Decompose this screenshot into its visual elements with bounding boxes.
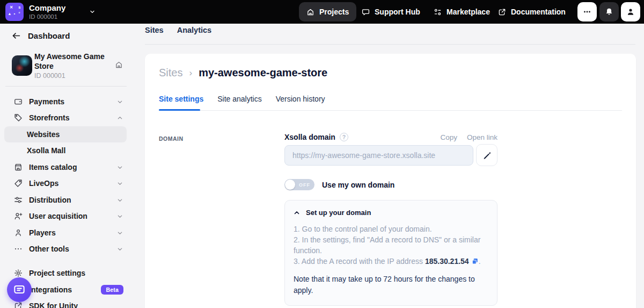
tab-site-settings[interactable]: Site settings xyxy=(159,95,203,105)
active-tab-indicator xyxy=(159,109,200,111)
nav-marketplace[interactable]: Marketplace xyxy=(426,2,497,22)
own-domain-toggle[interactable]: OFF xyxy=(284,179,314,190)
setup-step-3-period: . xyxy=(479,257,481,266)
user-plus-icon xyxy=(14,212,23,220)
nav-documentation[interactable]: Documentation xyxy=(491,2,573,22)
chevron-up-icon xyxy=(116,114,123,121)
more-button[interactable] xyxy=(577,2,597,22)
bell-icon xyxy=(605,8,613,16)
company-id: ID 000001 xyxy=(29,13,57,20)
logo-glyphs-icon: ✕ s xyxy=(10,5,23,10)
chevron-down-icon[interactable] xyxy=(89,9,96,15)
sidebar-item-label: Payments xyxy=(29,97,64,106)
sidebar-item-user-acquisition[interactable]: User acquisition xyxy=(4,208,127,224)
home-icon[interactable] xyxy=(115,61,123,69)
nav-label: Support Hub xyxy=(375,8,420,16)
marketplace-icon xyxy=(434,8,442,16)
sidebar-item-label: Xsolla Mall xyxy=(27,146,65,155)
sidebar-item-label: User acquisition xyxy=(29,212,87,220)
chat-icon xyxy=(362,8,370,16)
divider xyxy=(5,86,127,87)
sidebar-item-xsolla-mall[interactable]: Xsolla Mall xyxy=(4,142,127,159)
sidebar-item-label: Other tools xyxy=(29,245,69,253)
chevron-down-icon xyxy=(116,98,123,105)
edit-domain-button[interactable] xyxy=(476,144,497,166)
sidebar-item-label: Distribution xyxy=(29,196,71,204)
setup-domain-panel: Set up your domain 1. Go to the control … xyxy=(284,200,497,306)
chevron-down-icon xyxy=(116,180,123,187)
sidebar-item-label: Project settings xyxy=(29,269,85,277)
sidebar: Dashboard My Awesome Game Store ID 00000… xyxy=(0,24,134,308)
ellipsis-icon xyxy=(14,245,23,253)
copy-link[interactable]: Copy xyxy=(440,133,457,141)
setup-note: Note that it may take up to 72 hours for… xyxy=(294,274,488,296)
breadcrumb: Sites › my-awesome-game-store xyxy=(159,67,327,79)
setup-domain-title: Set up your domain xyxy=(306,209,371,217)
main-content: Sites Analytics Sites › my-awesome-game-… xyxy=(134,24,644,308)
divider xyxy=(159,110,622,111)
project-avatar[interactable] xyxy=(12,55,32,76)
tab-version-history[interactable]: Version history xyxy=(276,95,325,105)
nav-label: Documentation xyxy=(511,8,566,16)
external-link-icon xyxy=(14,302,23,308)
page-title: my-awesome-game-store xyxy=(199,67,327,79)
sidebar-item-distribution[interactable]: Distribution xyxy=(4,192,127,208)
card-tabs: Site settings Site analytics Version his… xyxy=(159,95,325,105)
sidebar-item-payments[interactable]: Payments xyxy=(4,94,127,110)
topbar: ✕ s ▴ ▪ ° Company ID 000001 Projects Sup… xyxy=(0,0,644,24)
nav-support-hub[interactable]: Support Hub xyxy=(354,2,428,22)
sidebar-item-label: Items catalog xyxy=(29,163,77,171)
project-name[interactable]: My Awesome Game Store xyxy=(34,52,111,71)
chevron-down-icon xyxy=(116,213,123,220)
company-name: Company xyxy=(29,3,65,12)
sidebar-item-storefronts[interactable]: Storefronts xyxy=(4,110,127,126)
sidebar-item-players[interactable]: Players xyxy=(4,225,127,241)
toggle-knob xyxy=(285,180,295,190)
sidebar-item-label: Websites xyxy=(27,130,60,139)
dashboard-label: Dashboard xyxy=(28,31,70,40)
xsolla-domain-input[interactable] xyxy=(284,145,473,166)
setup-domain-header[interactable]: Set up your domain xyxy=(294,209,488,217)
pencil-icon xyxy=(482,151,492,160)
help-icon[interactable]: ? xyxy=(340,133,348,141)
sidebar-item-label: SDK for Unity xyxy=(29,302,78,308)
arrow-left-icon xyxy=(12,31,21,40)
tab-sites[interactable]: Sites xyxy=(145,26,164,34)
liveops-tag-icon xyxy=(14,179,23,188)
company-logo[interactable]: ✕ s ▴ ▪ ° xyxy=(5,3,24,21)
chat-widget-button[interactable] xyxy=(7,277,32,302)
wallet-icon xyxy=(14,97,23,106)
sidebar-item-label: Storefronts xyxy=(29,113,69,122)
tab-analytics[interactable]: Analytics xyxy=(177,26,211,34)
sidebar-item-websites[interactable]: Websites xyxy=(4,126,127,142)
chevron-right-icon: › xyxy=(189,68,192,78)
domain-section-label: DOMAIN xyxy=(159,135,184,142)
sidebar-item-liveops[interactable]: LiveOps xyxy=(4,175,127,191)
more-icon xyxy=(583,8,591,16)
chat-bubble-icon xyxy=(12,283,26,297)
sidebar-item-other-tools[interactable]: Other tools xyxy=(4,241,127,257)
breadcrumb-sites-link[interactable]: Sites xyxy=(159,67,182,79)
project-id: ID 000001 xyxy=(34,72,65,80)
account-icon xyxy=(626,8,635,16)
back-to-dashboard[interactable]: Dashboard xyxy=(12,31,70,40)
account-button[interactable] xyxy=(621,2,640,22)
chevron-down-icon xyxy=(116,197,123,204)
tag-icon xyxy=(14,113,23,122)
setup-step-3: 3. Add the A record with the IP address … xyxy=(294,256,488,267)
main-tabs: Sites Analytics xyxy=(145,26,211,34)
xsolla-domain-label: Xsolla domain xyxy=(284,133,335,141)
sidebar-item-items-catalog[interactable]: Items catalog xyxy=(4,159,127,175)
open-link[interactable]: Open link xyxy=(467,133,497,141)
home-icon xyxy=(306,8,314,16)
copy-ip-icon[interactable] xyxy=(471,257,479,265)
setup-step-1: 1. Go to the control panel of your domai… xyxy=(294,224,488,234)
own-domain-toggle-label: Use my own domain xyxy=(322,181,394,189)
notifications-button[interactable] xyxy=(599,2,619,22)
nav-projects[interactable]: Projects xyxy=(299,2,356,22)
sidebar-item-label: Integrations xyxy=(29,285,72,294)
tab-site-analytics[interactable]: Site analytics xyxy=(217,95,261,105)
toggle-state-label: OFF xyxy=(299,182,310,188)
setup-step-3-text: 3. Add the A record with the IP address xyxy=(294,257,425,266)
chevron-up-icon xyxy=(294,210,300,216)
